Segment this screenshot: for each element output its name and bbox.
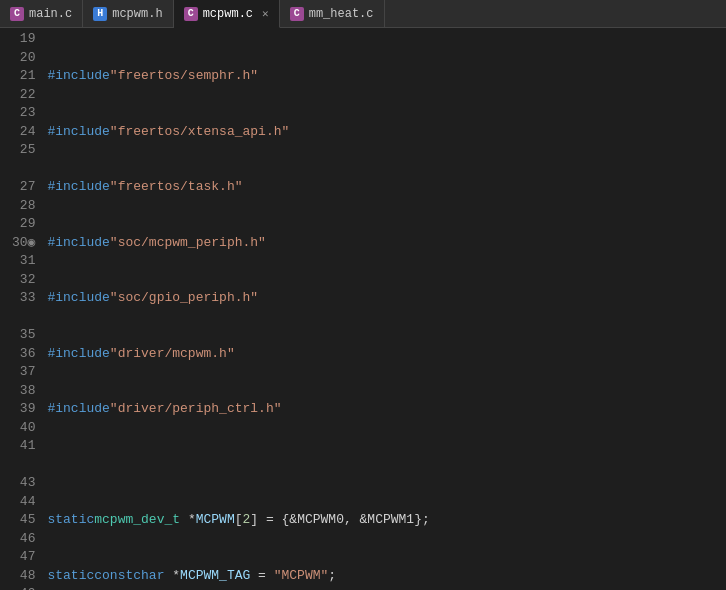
- tab-mcpwm-h[interactable]: H mcpwm.h: [83, 0, 173, 27]
- close-tab-button[interactable]: ✕: [262, 7, 269, 20]
- c-file-icon: C: [10, 7, 24, 21]
- code-container[interactable]: 19 20 21 22 23 24 25 27 28 29 30◉ 31 32 …: [0, 28, 726, 590]
- editor-area: 19 20 21 22 23 24 25 27 28 29 30◉ 31 32 …: [0, 28, 726, 590]
- code-line: #include "freertos/xtensa_api.h": [47, 123, 726, 142]
- tab-label: main.c: [29, 7, 72, 21]
- code-content[interactable]: #include "freertos/semphr.h" #include "f…: [43, 28, 726, 590]
- code-line: #include "driver/mcpwm.h": [47, 345, 726, 364]
- c-file-icon: C: [184, 7, 198, 21]
- tab-bar: C main.c H mcpwm.h C mcpwm.c ✕ C mm_heat…: [0, 0, 726, 28]
- tab-main-c[interactable]: C main.c: [0, 0, 83, 27]
- code-line: #include "freertos/task.h": [47, 178, 726, 197]
- tab-mm-heat-c[interactable]: C mm_heat.c: [280, 0, 385, 27]
- code-line: static mcpwm_dev_t *MCPWM[2] = {&MCPWM0,…: [47, 511, 726, 530]
- tab-label: mm_heat.c: [309, 7, 374, 21]
- tab-label: mcpwm.h: [112, 7, 162, 21]
- code-line: #include "soc/mcpwm_periph.h": [47, 234, 726, 253]
- tab-mcpwm-c[interactable]: C mcpwm.c ✕: [174, 0, 280, 28]
- line-numbers: 19 20 21 22 23 24 25 27 28 29 30◉ 31 32 …: [0, 28, 43, 590]
- c-file-icon: C: [290, 7, 304, 21]
- tab-label: mcpwm.c: [203, 7, 253, 21]
- h-file-icon: H: [93, 7, 107, 21]
- code-line: #include "driver/periph_ctrl.h": [47, 400, 726, 419]
- code-line: static const char *MCPWM_TAG = "MCPWM";: [47, 567, 726, 586]
- code-line: #include "freertos/semphr.h": [47, 67, 726, 86]
- code-line: #include "soc/gpio_periph.h": [47, 289, 726, 308]
- code-line: [47, 456, 726, 475]
